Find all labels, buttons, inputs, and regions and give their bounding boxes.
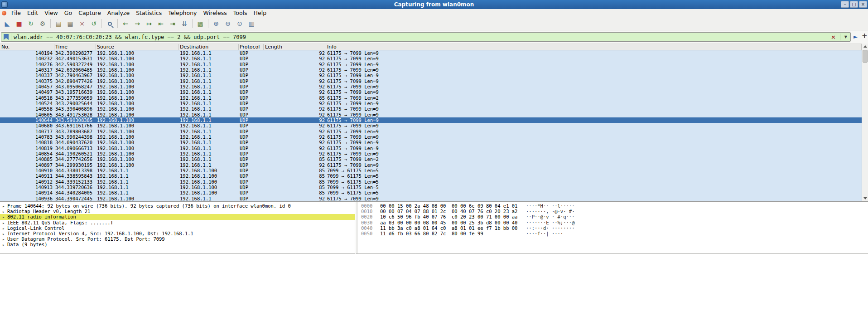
- packet-row[interactable]: 140194342.390298277192.168.1.100192.168.…: [0, 50, 862, 56]
- open-file-button[interactable]: ▤: [53, 18, 64, 29]
- packet-row[interactable]: 140911344.338595843192.168.1.1192.168.1.…: [0, 173, 862, 179]
- hex-line[interactable]: 001000 00 07 04 07 88 01 2c 00 40 07 76 …: [358, 209, 868, 214]
- detail-line[interactable]: ▸Internet Protocol Version 4, Src: 192.1…: [0, 231, 355, 236]
- go-back-button[interactable]: ←: [120, 18, 131, 29]
- packet-row[interactable]: 140914344.340284005192.168.1.1192.168.1.…: [0, 190, 862, 195]
- scroll-up-button[interactable]: [862, 44, 868, 49]
- packet-list-scrollbar[interactable]: [862, 44, 868, 201]
- zoom-original-button[interactable]: ⊙: [234, 18, 246, 29]
- scroll-thumb[interactable]: [863, 50, 868, 63]
- go-to-packet-button[interactable]: ↦: [143, 18, 155, 29]
- menu-view[interactable]: View: [41, 9, 61, 17]
- start-capture-button[interactable]: ◣: [1, 18, 13, 29]
- capture-options-button[interactable]: ⚙: [37, 18, 48, 29]
- menu-analyze[interactable]: Analyze: [104, 9, 133, 17]
- detail-line[interactable]: ▸IEEE 802.11 QoS Data, Flags: .......T: [0, 220, 355, 225]
- packet-row[interactable]: 140457343.095068247192.168.1.100192.168.…: [0, 84, 862, 89]
- expand-arrow-icon[interactable]: ▸: [2, 214, 7, 220]
- column-header-no[interactable]: No.: [0, 44, 54, 50]
- packet-row[interactable]: 140518343.277359059192.168.1.100192.168.…: [0, 95, 862, 101]
- hex-line[interactable]: 005011 d6 fb 03 66 80 82 7c 80 00 fe 99·…: [358, 231, 868, 236]
- packet-row[interactable]: 140854344.190260521192.168.1.100192.168.…: [0, 151, 862, 156]
- column-header-dst[interactable]: Destination: [179, 44, 239, 50]
- hex-line[interactable]: 0030aa 03 00 00 00 08 00 45 00 00 25 3b …: [358, 220, 868, 225]
- detail-line[interactable]: ▸802.11 radio information: [0, 214, 355, 219]
- packet-row[interactable]: 140644343.590308385192.168.1.100192.168.…: [0, 117, 862, 123]
- menu-telephony[interactable]: Telephony: [165, 9, 200, 17]
- packet-row[interactable]: 140375342.890477426192.168.1.100192.168.…: [0, 78, 862, 84]
- menu-tools[interactable]: Tools: [230, 9, 251, 17]
- packet-row[interactable]: 140885344.277742656192.168.1.100192.168.…: [0, 156, 862, 162]
- app-menu-icon[interactable]: [2, 11, 6, 15]
- filter-clear-icon[interactable]: ×: [829, 34, 838, 40]
- cell-len: 92: [264, 62, 326, 67]
- close-file-button[interactable]: ×: [76, 18, 88, 29]
- filter-text[interactable]: wlan.addr == 40:07:76:C0:20:23 && wlan.f…: [14, 34, 246, 40]
- minimize-button[interactable]: –: [841, 1, 849, 8]
- detail-line[interactable]: ▸Logical-Link Control: [0, 225, 355, 231]
- stop-capture-button[interactable]: ■: [13, 18, 25, 29]
- detail-line[interactable]: ▸Frame 140644: 92 bytes on wire (736 bit…: [0, 203, 355, 209]
- menu-edit[interactable]: Edit: [24, 9, 41, 17]
- menu-go[interactable]: Go: [61, 9, 75, 17]
- menu-file[interactable]: File: [8, 9, 24, 17]
- cell-no: 140936: [0, 196, 54, 201]
- detail-line[interactable]: ▸User Datagram Protocol, Src Port: 61175…: [0, 236, 355, 242]
- save-file-button[interactable]: ▦: [64, 18, 76, 29]
- packet-row[interactable]: 140524343.290025644192.168.1.100192.168.…: [0, 101, 862, 106]
- menu-wireless[interactable]: Wireless: [200, 9, 230, 17]
- packet-row[interactable]: 140680343.691161766192.168.1.100192.168.…: [0, 123, 862, 128]
- colorize-button[interactable]: ▩: [194, 18, 206, 29]
- packet-row[interactable]: 140819344.090666713192.168.1.100192.168.…: [0, 146, 862, 151]
- menu-help[interactable]: Help: [251, 9, 270, 17]
- packet-row[interactable]: 140717343.789803687192.168.1.100192.168.…: [0, 129, 862, 134]
- restart-capture-button[interactable]: ↻: [25, 18, 37, 29]
- packet-row[interactable]: 140783343.990244398192.168.1.100192.168.…: [0, 134, 862, 140]
- packet-row[interactable]: 140936344.390472445192.168.1.100192.168.…: [0, 196, 862, 201]
- menu-capture[interactable]: Capture: [75, 9, 104, 17]
- go-forward-button[interactable]: →: [131, 18, 143, 29]
- auto-scroll-button[interactable]: ⇊: [178, 18, 190, 29]
- packet-row[interactable]: 140913344.339720636192.168.1.1192.168.1.…: [0, 185, 862, 190]
- detail-line[interactable]: ▸Radiotap Header v0, Length 21: [0, 209, 355, 214]
- zoom-in-button[interactable]: ⊕: [210, 18, 222, 29]
- filter-dropdown-icon[interactable]: ▼: [843, 35, 849, 39]
- packet-row[interactable]: 140818344.090437620192.168.1.100192.168.…: [0, 140, 862, 145]
- go-first-button[interactable]: ⇤: [155, 18, 167, 29]
- go-last-button[interactable]: ⇥: [167, 18, 178, 29]
- column-header-src[interactable]: Source: [96, 44, 179, 50]
- expand-arrow-icon[interactable]: ▸: [2, 220, 7, 226]
- cell-len: 85: [264, 173, 326, 179]
- packet-row[interactable]: 140276342.590327249192.168.1.100192.168.…: [0, 62, 862, 67]
- column-header-proto[interactable]: Protocol: [239, 44, 264, 50]
- find-packet-button[interactable]: [104, 18, 116, 29]
- packet-row[interactable]: 140910344.338013398192.168.1.1192.168.1.…: [0, 168, 862, 173]
- hex-line[interactable]: 004011 bb 3a c0 a8 01 64 c0 a8 01 01 ee …: [358, 225, 868, 231]
- resize-columns-button[interactable]: ▥: [246, 18, 257, 29]
- packet-row[interactable]: 140497343.195716639192.168.1.100192.168.…: [0, 89, 862, 95]
- packet-row[interactable]: 140232342.490153631192.168.1.100192.168.…: [0, 56, 862, 61]
- expand-arrow-icon[interactable]: ▸: [2, 242, 7, 248]
- packet-row[interactable]: 140912344.339152133192.168.1.1192.168.1.…: [0, 179, 862, 185]
- filter-input[interactable]: wlan.addr == 40:07:76:C0:20:23 && wlan.f…: [1, 32, 851, 42]
- hex-line[interactable]: 000000 00 15 00 2a 48 08 00 00 00 6c 09 …: [358, 203, 868, 209]
- menu-statistics[interactable]: Statistics: [133, 9, 165, 17]
- close-button[interactable]: ×: [859, 1, 867, 8]
- column-header-time[interactable]: Time: [54, 44, 96, 50]
- filter-add-button[interactable]: +: [862, 32, 868, 40]
- packet-row[interactable]: 140897344.299930195192.168.1.100192.168.…: [0, 162, 862, 168]
- packet-row[interactable]: 140605343.491753028192.168.1.100192.168.…: [0, 112, 862, 117]
- reload-button[interactable]: ↺: [88, 18, 100, 29]
- detail-line[interactable]: ▸Data (9 bytes): [0, 242, 355, 247]
- packet-row[interactable]: 140337342.790463967192.168.1.100192.168.…: [0, 73, 862, 78]
- scroll-down-button[interactable]: [862, 195, 868, 201]
- packet-row[interactable]: 140558343.390406896192.168.1.100192.168.…: [0, 106, 862, 112]
- filter-apply-button[interactable]: ►: [854, 33, 858, 40]
- maximize-button[interactable]: □: [850, 1, 858, 8]
- packet-row[interactable]: 140317342.692060485192.168.1.100192.168.…: [0, 67, 862, 73]
- column-header-len[interactable]: Length: [264, 44, 326, 50]
- zoom-out-button[interactable]: ⊖: [222, 18, 234, 29]
- column-header-info[interactable]: Info: [326, 44, 862, 50]
- filter-bookmark-icon[interactable]: [4, 34, 9, 40]
- hex-line[interactable]: 002010 c6 50 96 fb 40 07 76 c0 20 23 00 …: [358, 214, 868, 219]
